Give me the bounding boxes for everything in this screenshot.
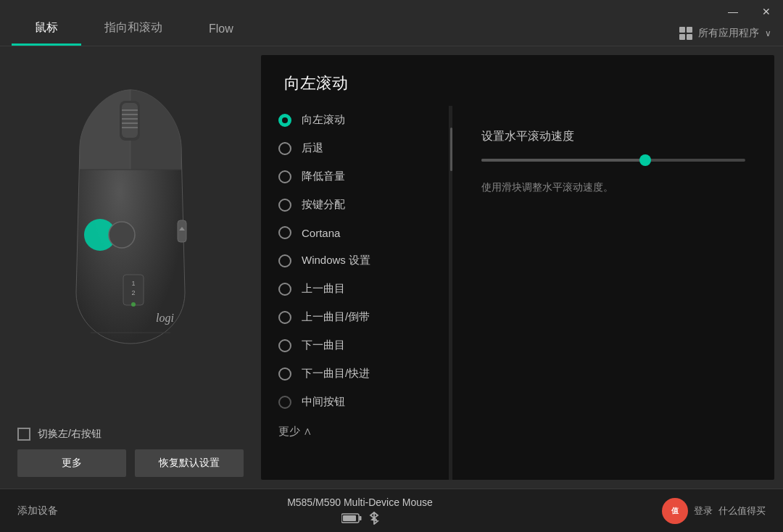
option-scroll-left[interactable]: 向左滚动 [273, 106, 437, 134]
close-button[interactable]: ✕ [750, 0, 783, 23]
option-back[interactable]: 后退 [273, 134, 437, 162]
option-keystroke[interactable]: 按键分配 [273, 191, 437, 219]
option-label-back: 后退 [302, 141, 431, 155]
radio-back [278, 142, 291, 155]
option-label-prev-track-rewind: 上一曲目/倒带 [302, 310, 431, 324]
option-label-scroll-left: 向左滚动 [302, 113, 431, 127]
radio-next-track [278, 339, 291, 352]
reset-button[interactable]: 恢复默认设置 [135, 449, 244, 477]
svg-point-9 [109, 222, 135, 248]
minimize-button[interactable]: — [716, 0, 750, 23]
option-label-next-track-ff: 下一曲目/快进 [302, 367, 431, 381]
options-list: 向左滚动 后退 降低音量 按键分配 [261, 106, 450, 480]
svg-text:2: 2 [131, 289, 135, 296]
svg-text:1: 1 [131, 280, 135, 287]
scrollbar-track[interactable] [450, 106, 452, 480]
slider-fill [481, 159, 645, 162]
radio-scroll-left [278, 114, 291, 127]
device-name: M585/M590 Multi-Device Mouse [287, 496, 433, 508]
panel-title: 向左滚动 [261, 55, 774, 106]
tab-flow[interactable]: Flow [186, 12, 257, 46]
more-less-button[interactable]: 更少 ∧ [273, 416, 437, 447]
add-device-button[interactable]: 添加设备 [17, 504, 58, 518]
footer-right: 值 登录 什么值得买 [662, 498, 766, 524]
mouse-illustration: 1 2 logi [51, 75, 210, 351]
watermark-badge: 值 [662, 498, 688, 524]
setting-description: 使用滑块调整水平滚动速度。 [481, 179, 745, 195]
login-text[interactable]: 登录 [694, 504, 713, 518]
radio-prev-track [278, 283, 291, 296]
panel-content: 向左滚动 后退 降低音量 按键分配 [261, 106, 774, 480]
option-windows-settings[interactable]: Windows 设置 [273, 246, 437, 275]
radio-volume-down [278, 170, 291, 183]
option-label-next-track: 下一曲目 [302, 338, 431, 352]
main-area: 1 2 logi 切换左/右按钮 更多 恢复默认设置 [0, 46, 783, 489]
svg-point-13 [131, 302, 136, 307]
swap-buttons-row: 切换左/右按钮 [17, 428, 244, 441]
setting-title: 设置水平滚动速度 [481, 129, 745, 144]
radio-prev-track-rewind [278, 311, 291, 324]
scrollbar-thumb [450, 128, 452, 171]
option-label-windows-settings: Windows 设置 [302, 254, 431, 267]
tab-right-area: 所有应用程序 ∨ [679, 27, 771, 46]
slider-thumb[interactable] [639, 154, 651, 166]
site-name: 什么值得买 [718, 504, 766, 518]
option-cortana[interactable]: Cortana [273, 219, 437, 246]
more-button[interactable]: 更多 [17, 449, 126, 477]
option-label-keystroke: 按键分配 [302, 198, 431, 212]
tab-pointing[interactable]: 指向和滚动 [81, 10, 186, 46]
chevron-down-icon: ∨ [765, 28, 771, 38]
option-volume-down[interactable]: 降低音量 [273, 162, 437, 191]
swap-buttons-label: 切换左/右按钮 [38, 428, 102, 441]
option-middle-btn[interactable]: 中间按钮 [273, 388, 437, 416]
settings-area: 设置水平滚动速度 使用滑块调整水平滚动速度。 [452, 106, 774, 480]
bottom-controls: 切换左/右按钮 更多 恢复默认设置 [0, 416, 261, 489]
option-prev-track[interactable]: 上一曲目 [273, 275, 437, 303]
tab-mouse[interactable]: 鼠标 [12, 10, 81, 46]
radio-cortana [278, 226, 291, 239]
swap-buttons-checkbox[interactable] [17, 428, 30, 441]
radio-next-track-ff [278, 367, 291, 381]
option-next-track-ff[interactable]: 下一曲目/快进 [273, 359, 437, 388]
title-bar: — ✕ [716, 0, 783, 23]
svg-rect-16 [178, 220, 186, 242]
svg-rect-19 [359, 516, 361, 520]
action-buttons-row: 更多 恢复默认设置 [17, 449, 244, 477]
left-panel: 1 2 logi 切换左/右按钮 更多 恢复默认设置 [0, 46, 261, 489]
option-label-cortana: Cortana [302, 227, 431, 239]
speed-slider[interactable] [481, 159, 745, 162]
watermark-text: 值 [671, 506, 679, 516]
more-less-label: 更少 ∧ [278, 425, 312, 439]
option-label-volume-down: 降低音量 [302, 170, 431, 183]
all-apps-label[interactable]: 所有应用程序 [698, 27, 759, 40]
option-prev-track-rewind[interactable]: 上一曲目/倒带 [273, 303, 437, 331]
footer: 添加设备 M585/M590 Multi-Device Mouse 值 登录 什… [0, 489, 783, 532]
tab-bar: 鼠标 指向和滚动 Flow 所有应用程序 ∨ [0, 0, 783, 46]
svg-rect-20 [343, 515, 356, 521]
radio-windows-settings [278, 254, 291, 267]
battery-icon [341, 513, 362, 523]
radio-middle-btn [278, 396, 291, 409]
svg-text:logi: logi [156, 312, 174, 325]
footer-center: M585/M590 Multi-Device Mouse [58, 496, 662, 525]
right-panel: 向左滚动 向左滚动 后退 降低音量 [261, 55, 774, 480]
radio-keystroke [278, 199, 291, 212]
option-next-track[interactable]: 下一曲目 [273, 331, 437, 359]
option-label-prev-track: 上一曲目 [302, 282, 431, 296]
device-icons [341, 511, 379, 525]
grid-icon [679, 27, 692, 40]
svg-rect-1 [122, 103, 138, 138]
bluetooth-icon [369, 511, 379, 525]
option-label-middle-btn: 中间按钮 [302, 395, 431, 409]
